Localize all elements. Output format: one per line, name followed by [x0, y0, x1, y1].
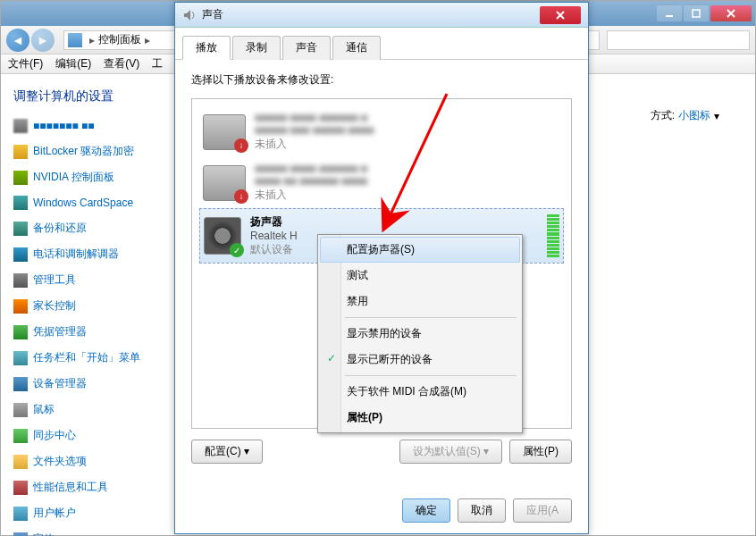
sidebar-item-icon — [13, 247, 28, 262]
sidebar-item[interactable]: 凭据管理器 — [13, 324, 167, 339]
breadcrumb-sep-icon: ▸ — [89, 34, 95, 46]
bg-minimize-button[interactable] — [657, 5, 682, 21]
ctx-properties[interactable]: 属性(P) — [320, 405, 520, 431]
sidebar-item-label: 家长控制 — [33, 298, 76, 314]
device-icon: ✓ — [204, 217, 241, 255]
sidebar: 调整计算机的设置 ■■■■■■■ ■■BitLocker 驱动器加密NVIDIA… — [1, 74, 180, 535]
device-info: ■■■■■ ■■■■ ■■■■■■ ■ ■■■■■ ■■■ ■■■■■ ■■■■… — [255, 112, 560, 152]
dlg-tabs: 播放 录制 声音 通信 — [175, 28, 588, 60]
menu-edit[interactable]: 编辑(E) — [55, 56, 91, 71]
sidebar-item-label: 同步中心 — [33, 428, 76, 443]
tab-record[interactable]: 录制 — [232, 36, 281, 60]
bg-close-button[interactable] — [710, 5, 752, 21]
sidebar-item[interactable]: 同步中心 — [13, 428, 167, 443]
sidebar-item[interactable]: 设备管理器 — [13, 376, 167, 391]
bg-maximize-button[interactable] — [684, 5, 709, 21]
instruction-text: 选择以下播放设备来修改设置: — [191, 72, 572, 88]
sidebar-item[interactable]: 性能信息和工具 — [13, 480, 167, 495]
device-name: ■■■■■ ■■■■ ■■■■■■ ■ — [255, 163, 560, 175]
sound-icon — [182, 8, 197, 22]
dlg-close-button[interactable] — [540, 6, 581, 24]
tab-sound[interactable]: 声音 — [282, 36, 331, 60]
sidebar-item-label: 管理工具 — [33, 272, 76, 288]
sidebar-item[interactable]: Windows CardSpace — [13, 196, 167, 210]
setdefault-button[interactable]: 设为默认值(S) ▾ — [399, 440, 502, 464]
status-badge-icon: ✓ — [230, 243, 244, 257]
menu-tools[interactable]: 工 — [152, 56, 163, 71]
apply-button[interactable]: 应用(A — [513, 498, 572, 523]
dropdown-icon[interactable]: ▾ — [714, 110, 719, 122]
sidebar-item[interactable]: 家长控制 — [13, 298, 167, 314]
context-menu: 配置扬声器(S) 测试 禁用 显示禁用的设备 ✓显示已断开的设备 关于软件 MI… — [317, 234, 523, 433]
sidebar-item-icon — [13, 532, 28, 537]
ctx-test[interactable]: 测试 — [320, 263, 520, 289]
sidebar-item[interactable]: 鼠标 — [13, 402, 167, 417]
sidebar-item[interactable]: 文件夹选项 — [13, 454, 167, 469]
properties-button[interactable]: 属性(P) — [509, 440, 572, 464]
tab-comm[interactable]: 通信 — [332, 36, 381, 60]
device-row[interactable]: ↓ ■■■■■ ■■■■ ■■■■■■ ■ ■■■■■ ■■■ ■■■■■ ■■… — [199, 106, 564, 157]
viewby-label: 方式: — [651, 108, 675, 123]
sidebar-item[interactable]: NVIDIA 控制面板 — [13, 170, 167, 185]
dlg-title: 声音 — [202, 7, 540, 22]
sidebar-item-label: BitLocker 驱动器加密 — [33, 144, 134, 159]
level-meter — [547, 214, 559, 257]
dlg-titlebar[interactable]: 声音 — [175, 3, 588, 28]
sidebar-item[interactable]: 任务栏和「开始」菜单 — [13, 350, 167, 365]
configure-button[interactable]: 配置(C) ▾ — [191, 440, 263, 464]
sidebar-item-label: 字体 — [33, 532, 55, 536]
sidebar-item-label: 文件夹选项 — [33, 454, 87, 469]
sidebar-item-label: 凭据管理器 — [33, 324, 87, 339]
viewby-link[interactable]: 小图标 — [678, 108, 710, 123]
back-button[interactable]: ◄ — [6, 29, 29, 52]
sidebar-item-icon — [13, 403, 28, 417]
breadcrumb-text[interactable]: 控制面板 — [98, 32, 141, 47]
sidebar-item-label: 设备管理器 — [33, 376, 87, 391]
cancel-button[interactable]: 取消 — [458, 498, 506, 523]
ctx-show-disconnected[interactable]: ✓显示已断开的设备 — [320, 347, 520, 373]
ok-button[interactable]: 确定 — [402, 498, 450, 523]
ctx-about-midi[interactable]: 关于软件 MIDI 合成器(M) — [320, 379, 520, 405]
sidebar-item-label: ■■■■■■■ ■■ — [33, 120, 95, 132]
sidebar-item[interactable]: 备份和还原 — [13, 221, 167, 236]
device-desc: ■■■■ ■■ ■■■■■■ ■■■■ — [255, 175, 560, 188]
sidebar-item-icon — [13, 325, 28, 339]
sidebar-item-icon — [13, 455, 28, 469]
device-info: ■■■■■ ■■■■ ■■■■■■ ■ ■■■■ ■■ ■■■■■■ ■■■■ … — [255, 163, 560, 203]
sidebar-item-label: 用户帐户 — [33, 506, 76, 521]
sidebar-item-icon — [13, 377, 28, 391]
status-badge-icon: ↓ — [234, 189, 248, 204]
sidebar-item[interactable]: BitLocker 驱动器加密 — [13, 144, 167, 159]
device-status: 未插入 — [255, 188, 560, 203]
sidebar-item-icon — [13, 171, 28, 185]
ctx-configure-speaker[interactable]: 配置扬声器(S) — [320, 237, 520, 263]
breadcrumb-sep-icon: ▸ — [145, 34, 150, 46]
sidebar-item-icon — [13, 507, 28, 521]
sidebar-item-label: 电话和调制解调器 — [33, 247, 119, 262]
search-input[interactable] — [607, 30, 750, 50]
control-panel-icon — [68, 33, 82, 47]
separator — [345, 375, 517, 376]
device-icon: ↓ — [203, 165, 246, 201]
tab-playback[interactable]: 播放 — [182, 36, 231, 60]
sidebar-item[interactable]: 用户帐户 — [13, 506, 167, 521]
menu-file[interactable]: 文件(F) — [8, 56, 43, 71]
device-desc: ■■■■■ ■■■ ■■■■■ ■■■■ — [255, 124, 560, 137]
device-name: 扬声器 — [250, 214, 538, 230]
sidebar-item[interactable]: 电话和调制解调器 — [13, 247, 167, 262]
forward-button[interactable]: ► — [31, 29, 55, 52]
menu-view[interactable]: 查看(V) — [104, 56, 139, 71]
ctx-show-disabled[interactable]: 显示禁用的设备 — [320, 321, 520, 347]
sidebar-item[interactable]: 管理工具 — [13, 272, 167, 288]
sidebar-item-label: 鼠标 — [33, 402, 55, 417]
viewby: 方式: 小图标 ▾ — [651, 108, 719, 123]
sidebar-item-icon — [13, 273, 28, 288]
device-row[interactable]: ↓ ■■■■■ ■■■■ ■■■■■■ ■ ■■■■ ■■ ■■■■■■ ■■■… — [199, 157, 564, 208]
ctx-disable[interactable]: 禁用 — [320, 289, 520, 314]
sidebar-item[interactable]: ■■■■■■■ ■■ — [13, 119, 167, 133]
sidebar-item[interactable]: 字体 — [13, 532, 167, 536]
sidebar-item-label: Windows CardSpace — [33, 197, 133, 209]
sidebar-item-icon — [13, 145, 28, 159]
sidebar-item-icon — [13, 299, 28, 314]
page-heading: 调整计算机的设置 — [13, 88, 167, 105]
